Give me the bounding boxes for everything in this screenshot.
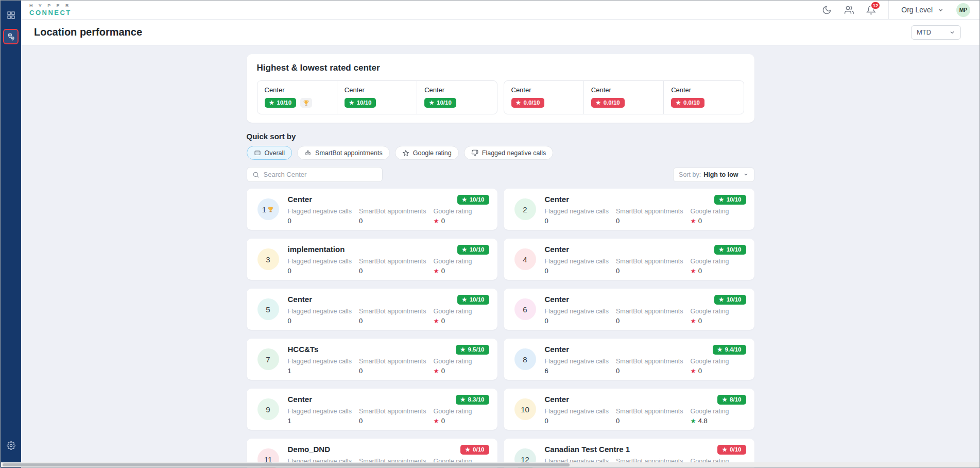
rating-badge: ★ 10/10 (714, 245, 746, 255)
notifications-button[interactable]: 12 (866, 5, 876, 15)
chip-overall[interactable]: Overall (247, 146, 293, 160)
rating-badge: ★ 0/10 (717, 445, 746, 455)
star-icon: ★ (719, 197, 724, 203)
center-card-rank-7[interactable]: 7 HCC&Ts Flagged negative calls 1 SmartB… (247, 339, 497, 380)
rank-badge: 3 (257, 248, 279, 270)
stat-value: 0 (616, 217, 683, 225)
rating-value: 10/10 (470, 246, 485, 253)
center-card-rank-10[interactable]: 10 Center Flagged negative calls 0 Smart… (504, 389, 754, 430)
center-card-rank-9[interactable]: 9 Center Flagged negative calls 1 SmartB… (247, 389, 497, 430)
center-name: Center (424, 86, 489, 94)
star-icon: ★ (719, 247, 724, 253)
stat-google-rating: Google rating ★0 (691, 308, 729, 325)
rank-number: 10 (521, 405, 529, 414)
star-icon: ★ (465, 447, 470, 453)
app-window: H Y P E R CONNECT (0, 0, 980, 468)
stat-value: ★0 (434, 267, 472, 275)
sidebar-item-dashboard[interactable] (3, 7, 19, 23)
rating-badge: ★ 10/10 (714, 295, 746, 305)
highest-rated-group: Center★10/10Center★10/10Center★10/10 (257, 80, 497, 114)
chip-flagged-negative-calls[interactable]: Flagged negative calls (464, 146, 553, 160)
center-name: Center (591, 86, 656, 94)
top-header: H Y P E R CONNECT (21, 1, 979, 20)
stat-label: Google rating (434, 358, 472, 365)
star-icon: ★ (717, 347, 723, 353)
rating-badge: ★0.0/10 (591, 98, 625, 108)
rank-number: 7 (266, 355, 270, 364)
stat-label: Google rating (434, 208, 472, 215)
theme-toggle-button[interactable] (822, 5, 832, 15)
rating-badge: ★10/10 (424, 98, 456, 108)
star-icon: ★ (691, 217, 696, 225)
rating-badge: ★ 10/10 (457, 245, 489, 255)
page-title: Location performance (34, 26, 142, 38)
center-card-rank-4[interactable]: 4 Center Flagged negative calls 0 SmartB… (504, 239, 754, 280)
rating-badge: ★0.0/10 (671, 98, 704, 108)
sort-dropdown[interactable]: Sort by: High to low (673, 168, 754, 182)
stat-label: SmartBot appointments (359, 408, 426, 415)
stat-value: 0 (359, 317, 426, 325)
star-icon: ★ (349, 100, 354, 106)
referrals-button[interactable] (844, 5, 854, 15)
rating-value: 10/10 (277, 99, 291, 106)
search-input[interactable] (264, 171, 377, 178)
stat-flagged-negative-calls: Flagged negative calls 1 (288, 358, 352, 375)
stat-google-rating: Google rating ★0 (434, 208, 472, 225)
horizontal-scrollbar[interactable] (1, 462, 979, 467)
sidebar-item-settings[interactable] (3, 438, 19, 453)
notification-count-badge: 12 (870, 1, 881, 10)
center-card-rank-1[interactable]: 1 Center Flagged negative calls 0 SmartB… (247, 189, 497, 230)
stat-google-rating: Google rating ★0 (691, 208, 729, 225)
rating-badge: ★ 9.4/10 (713, 345, 746, 355)
stat-flagged-negative-calls: Flagged negative calls 1 (288, 408, 352, 425)
org-level-label: Org Level (901, 6, 933, 14)
google-rating-value: 0 (441, 267, 445, 275)
stat-value: 0 (616, 367, 683, 375)
period-dropdown[interactable]: MTD (911, 25, 961, 40)
stat-value: ★0 (434, 417, 472, 425)
star-icon: ★ (434, 367, 439, 375)
center-card-rank-8[interactable]: 8 Center Flagged negative calls 6 SmartB… (504, 339, 754, 380)
moon-icon (822, 5, 832, 15)
stat-label: Flagged negative calls (288, 358, 352, 365)
rating-value: 0/10 (473, 446, 484, 453)
rating-value: 9.5/10 (468, 346, 485, 353)
chevron-down-icon (949, 29, 955, 36)
center-card-rank-3[interactable]: 3 implementation Flagged negative calls … (247, 239, 497, 280)
rating-badge: ★ 10/10 (457, 295, 489, 305)
stat-value: 0 (545, 317, 609, 325)
sidebar-item-location-performance[interactable] (3, 29, 19, 44)
header-divider (888, 1, 889, 20)
org-level-dropdown[interactable]: Org Level (901, 6, 944, 14)
gear-icon (7, 441, 15, 450)
highest-lowest-card: Highest & lowest rated center Center★10/… (247, 54, 754, 123)
main-content: Highest & lowest rated center Center★10/… (21, 45, 979, 468)
chip-smartbot-appointments[interactable]: SmartBot appointments (297, 146, 390, 160)
google-rating-value: 0 (441, 217, 445, 225)
center-card-rank-2[interactable]: 2 Center Flagged negative calls 0 SmartB… (504, 189, 754, 230)
brand-line1: H Y P E R (29, 4, 72, 8)
rating-badge: ★ 9.5/10 (456, 345, 489, 355)
avatar[interactable]: MP (956, 3, 970, 17)
stat-label: Google rating (434, 408, 472, 415)
rating-value: 0.0/10 (523, 99, 540, 106)
stat-value: ★0 (691, 317, 729, 325)
stat-value: ★0 (691, 267, 729, 275)
star-icon: ★ (462, 197, 467, 203)
title-bar: Location performance MTD (21, 20, 979, 45)
stat-value: ★0 (434, 217, 472, 225)
rating-badge: ★10/10 (345, 98, 376, 108)
stat-value: 0 (545, 217, 609, 225)
star-icon: ★ (691, 417, 696, 425)
star-icon: ★ (434, 267, 439, 275)
center-card-rank-6[interactable]: 6 Center Flagged negative calls 0 SmartB… (504, 289, 754, 330)
stat-google-rating: Google rating ★0 (691, 258, 729, 275)
robot-icon (304, 149, 312, 157)
stat-smartbot-appointments: SmartBot appointments 0 (616, 258, 683, 275)
chip-google-rating[interactable]: Google rating (395, 146, 459, 160)
star-icon: ★ (691, 317, 696, 325)
rating-value: 10/10 (470, 196, 485, 203)
center-card-rank-5[interactable]: 5 Center Flagged negative calls 0 SmartB… (247, 289, 497, 330)
star-icon: ★ (719, 297, 724, 303)
scrollbar-thumb[interactable] (3, 463, 570, 466)
